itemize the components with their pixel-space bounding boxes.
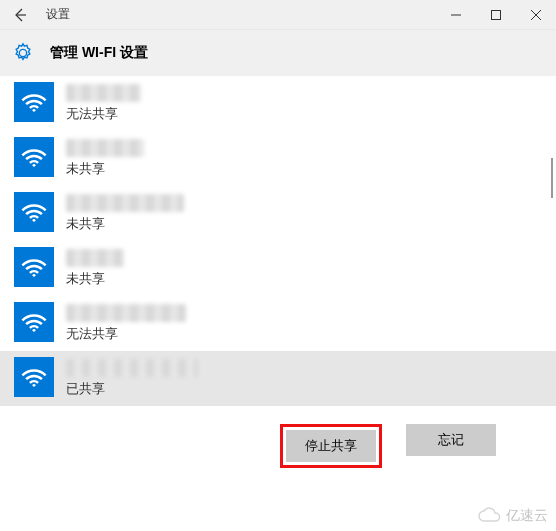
titlebar-left: 设置 xyxy=(0,3,70,27)
window-controls xyxy=(436,0,556,30)
wifi-icon xyxy=(14,302,54,342)
wifi-name-blurred xyxy=(66,304,186,322)
wifi-item[interactable]: 未共享 xyxy=(0,131,556,186)
wifi-info: 无法共享 xyxy=(66,302,186,343)
wifi-info: 未共享 xyxy=(66,192,184,233)
wifi-item[interactable]: 无法共享 xyxy=(0,296,556,351)
watermark-text: 亿速云 xyxy=(506,507,548,525)
action-row: 停止共享 忘记 xyxy=(0,406,556,468)
minimize-icon xyxy=(451,10,461,20)
wifi-status: 已共享 xyxy=(66,380,198,398)
minimize-button[interactable] xyxy=(436,0,476,30)
wifi-name-blurred xyxy=(66,249,124,267)
wifi-info: 已共享 xyxy=(66,357,198,398)
wifi-info: 无法共享 xyxy=(66,82,141,123)
scrollbar[interactable] xyxy=(551,158,553,198)
page-header: 管理 WI-FI 设置 xyxy=(0,30,556,76)
wifi-icon xyxy=(14,357,54,397)
titlebar: 设置 xyxy=(0,0,556,30)
wifi-icon xyxy=(14,137,54,177)
network-list: 无法共享未共享未共享未共享无法共享已共享 xyxy=(0,76,556,406)
maximize-button[interactable] xyxy=(476,0,516,30)
wifi-item[interactable]: 未共享 xyxy=(0,186,556,241)
wifi-status: 未共享 xyxy=(66,215,184,233)
wifi-name-blurred xyxy=(66,359,198,377)
wifi-status: 无法共享 xyxy=(66,105,141,123)
wifi-item[interactable]: 未共享 xyxy=(0,241,556,296)
back-button[interactable] xyxy=(8,3,32,27)
window-title: 设置 xyxy=(46,6,70,23)
wifi-item[interactable]: 无法共享 xyxy=(0,76,556,131)
wifi-icon xyxy=(14,82,54,122)
back-arrow-icon xyxy=(12,7,28,23)
wifi-info: 未共享 xyxy=(66,137,144,178)
wifi-icon xyxy=(14,192,54,232)
stop-share-button[interactable]: 停止共享 xyxy=(286,430,376,462)
wifi-info: 未共享 xyxy=(66,247,124,288)
svg-rect-0 xyxy=(492,10,501,19)
close-icon xyxy=(531,10,541,20)
content-area: 无法共享未共享未共享未共享无法共享已共享 停止共享 忘记 xyxy=(0,76,556,531)
maximize-icon xyxy=(491,10,501,20)
forget-button[interactable]: 忘记 xyxy=(406,424,496,456)
close-button[interactable] xyxy=(516,0,556,30)
watermark: 亿速云 xyxy=(478,507,548,525)
highlight-box: 停止共享 xyxy=(280,424,382,468)
wifi-name-blurred xyxy=(66,84,141,102)
page-title: 管理 WI-FI 设置 xyxy=(50,44,148,62)
wifi-status: 无法共享 xyxy=(66,325,186,343)
wifi-name-blurred xyxy=(66,194,184,212)
gear-icon xyxy=(12,42,34,64)
watermark-icon xyxy=(478,507,502,525)
wifi-status: 未共享 xyxy=(66,160,144,178)
wifi-icon xyxy=(14,247,54,287)
wifi-name-blurred xyxy=(66,139,144,157)
wifi-status: 未共享 xyxy=(66,270,124,288)
wifi-item[interactable]: 已共享 xyxy=(0,351,556,406)
